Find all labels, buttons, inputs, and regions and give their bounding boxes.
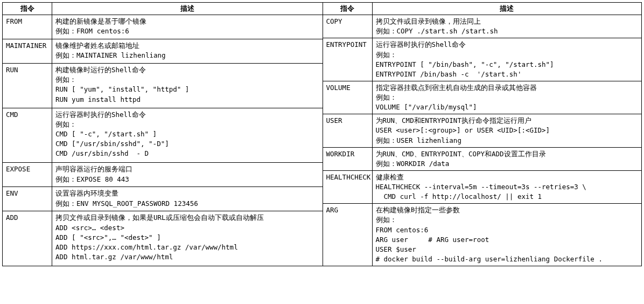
cmd-cell: COPY — [323, 15, 372, 38]
right-table: 指令 描述 COPY拷贝文件或目录到镜像，用法同上 例如：COPY ./star… — [323, 2, 642, 266]
desc-cell: 构建镜像时运行的Shell命令 例如： RUN [ "yum", "instal… — [52, 64, 323, 108]
header-desc: 描述 — [52, 3, 323, 15]
table-row: ARG在构建镜像时指定一些参数 例如： FROM centos:6 ARG us… — [323, 204, 642, 266]
cmd-cell: CMD — [3, 108, 52, 163]
header-desc: 描述 — [372, 3, 642, 15]
table-row: HEALTHCHECK健康检查 HEALTHCHECK --interval=5… — [323, 170, 642, 203]
cmd-cell: ENV — [3, 187, 52, 211]
cmd-cell: EXPOSE — [3, 163, 52, 187]
desc-cell: 为RUN、CMD和ENTRYPOINT执行命令指定运行用户 USER <user… — [372, 114, 642, 147]
cmd-cell: VOLUME — [323, 81, 372, 114]
table-row: WORKDIR为RUN、CMD、ENTRYPOINT、COPY和ADD设置工作目… — [323, 147, 642, 170]
desc-cell: 指定容器挂载点到宿主机自动生成的目录或其他容器 例如： VOLUME ["/va… — [372, 81, 642, 114]
desc-cell: 在构建镜像时指定一些参数 例如： FROM centos:6 ARG user … — [372, 204, 642, 266]
header-cmd: 指令 — [323, 3, 372, 15]
table-row: ADD拷贝文件或目录到镜像，如果是URL或压缩包会自动下载或自动解压 ADD <… — [3, 211, 323, 266]
cmd-cell: ENTRYPOINT — [323, 38, 372, 81]
desc-cell: 镜像维护者姓名或邮箱地址 例如：MAINTAINER lizhenliang — [52, 39, 323, 64]
desc-cell: 拷贝文件或目录到镜像，如果是URL或压缩包会自动下载或自动解压 ADD <src… — [52, 211, 323, 266]
cmd-cell: WORKDIR — [323, 147, 372, 170]
left-tbody: FROM构建的新镜像是基于哪个镜像 例如：FROM centos:6MAINTA… — [3, 15, 323, 266]
right-tbody: COPY拷贝文件或目录到镜像，用法同上 例如：COPY ./start.sh /… — [323, 15, 642, 266]
cmd-cell: HEALTHCHECK — [323, 170, 372, 203]
cmd-cell: MAINTAINER — [3, 39, 52, 64]
table-wrapper: 指令 描述 FROM构建的新镜像是基于哪个镜像 例如：FROM centos:6… — [2, 2, 642, 266]
table-row: USER为RUN、CMD和ENTRYPOINT执行命令指定运行用户 USER <… — [323, 114, 642, 147]
cmd-cell: RUN — [3, 64, 52, 108]
table-row: EXPOSE声明容器运行的服务端口 例如：EXPOSE 80 443 — [3, 163, 323, 187]
table-row: ENV设置容器内环境变量 例如：ENV MYSQL_ROOT_PASSWORD … — [3, 187, 323, 211]
desc-cell: 设置容器内环境变量 例如：ENV MYSQL_ROOT_PASSWORD 123… — [52, 187, 323, 211]
cmd-cell: ADD — [3, 211, 52, 266]
desc-cell: 构建的新镜像是基于哪个镜像 例如：FROM centos:6 — [52, 15, 323, 39]
desc-cell: 运行容器时执行的Shell命令 例如： CMD [ "-c", "/start.… — [52, 108, 323, 163]
desc-cell: 健康检查 HEALTHCHECK --interval=5m --timeout… — [372, 170, 642, 203]
cmd-cell: USER — [323, 114, 372, 147]
cmd-cell: FROM — [3, 15, 52, 39]
left-table: 指令 描述 FROM构建的新镜像是基于哪个镜像 例如：FROM centos:6… — [2, 2, 323, 266]
table-row: ENTRYPOINT运行容器时执行的Shell命令 例如： ENTRYPOINT… — [323, 38, 642, 81]
table-row: FROM构建的新镜像是基于哪个镜像 例如：FROM centos:6 — [3, 15, 323, 39]
table-row: CMD运行容器时执行的Shell命令 例如： CMD [ "-c", "/sta… — [3, 108, 323, 163]
desc-cell: 声明容器运行的服务端口 例如：EXPOSE 80 443 — [52, 163, 323, 187]
cmd-cell: ARG — [323, 204, 372, 266]
header-cmd: 指令 — [3, 3, 52, 15]
table-row: VOLUME指定容器挂载点到宿主机自动生成的目录或其他容器 例如： VOLUME… — [323, 81, 642, 114]
table-header-row: 指令 描述 — [323, 3, 642, 15]
table-row: RUN构建镜像时运行的Shell命令 例如： RUN [ "yum", "ins… — [3, 64, 323, 108]
table-header-row: 指令 描述 — [3, 3, 323, 15]
desc-cell: 运行容器时执行的Shell命令 例如： ENTRYPOINT [ "/bin/b… — [372, 38, 642, 81]
desc-cell: 拷贝文件或目录到镜像，用法同上 例如：COPY ./start.sh /star… — [372, 15, 642, 38]
desc-cell: 为RUN、CMD、ENTRYPOINT、COPY和ADD设置工作目录 例如：WO… — [372, 147, 642, 170]
table-row: COPY拷贝文件或目录到镜像，用法同上 例如：COPY ./start.sh /… — [323, 15, 642, 38]
table-row: MAINTAINER镜像维护者姓名或邮箱地址 例如：MAINTAINER liz… — [3, 39, 323, 64]
